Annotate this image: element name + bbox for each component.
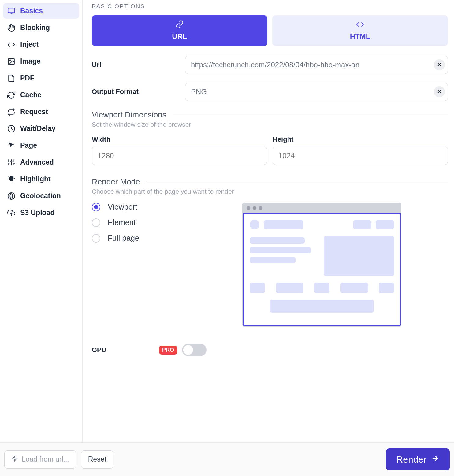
tab-html[interactable]: HTML	[272, 15, 448, 46]
sidebar-item-inject[interactable]: Inject	[3, 37, 79, 52]
sidebar-item-label: Cache	[20, 91, 41, 99]
close-icon	[437, 62, 442, 68]
sidebar-item-label: PDF	[20, 74, 34, 82]
svg-point-18	[8, 176, 9, 177]
content-panel: BASIC OPTIONS URL HTML Url	[83, 0, 454, 442]
sidebar-item-label: Blocking	[20, 24, 50, 32]
height-label: Height	[273, 136, 448, 143]
url-row: Url	[92, 56, 448, 74]
radio-label: Full page	[108, 234, 139, 243]
sidebar-item-page[interactable]: Page	[3, 138, 79, 153]
tab-label: URL	[172, 32, 187, 41]
browser-mock	[242, 203, 401, 327]
sidebar-item-basics[interactable]: Basics	[3, 3, 79, 19]
close-icon	[437, 89, 442, 95]
code-icon	[7, 41, 15, 49]
render-mode-header: Render Mode	[92, 177, 448, 187]
url-label: Url	[92, 61, 185, 69]
viewport-title: Viewport Dimensions	[92, 110, 166, 120]
render-button[interactable]: Render	[386, 448, 450, 470]
sidebar-item-image[interactable]: Image	[3, 54, 79, 69]
svg-point-21	[14, 178, 15, 179]
tab-label: HTML	[350, 32, 370, 41]
radio-label: Element	[108, 218, 136, 227]
refresh-icon	[7, 91, 15, 99]
svg-point-7	[8, 144, 8, 144]
radio-label: Viewport	[108, 203, 137, 211]
render-mode-radio-full-page[interactable]: Full page	[92, 234, 184, 243]
sidebar-item-blocking[interactable]: Blocking	[3, 20, 79, 35]
svg-rect-0	[8, 8, 15, 13]
file-icon	[7, 74, 15, 82]
output-format-row: Output Format	[92, 83, 448, 101]
bulb-icon	[7, 175, 15, 183]
tab-url[interactable]: URL	[92, 15, 267, 46]
bolt-icon	[11, 455, 18, 464]
toggle-knob	[183, 345, 193, 355]
sidebar-item-highlight[interactable]: Highlight	[3, 171, 79, 187]
sidebar-item-pdf[interactable]: PDF	[3, 70, 79, 86]
gpu-row: GPU PRO	[92, 344, 448, 356]
sliders-icon	[7, 158, 15, 166]
footer: Load from url... Reset Render	[0, 442, 454, 476]
svg-point-4	[10, 60, 11, 61]
sidebar-item-label: Request	[20, 108, 48, 116]
output-format-clear-button[interactable]	[434, 86, 445, 97]
render-mode-radio-element[interactable]: Element	[92, 218, 184, 227]
render-mode-desc: Choose which part of the page you want t…	[92, 188, 448, 195]
sidebar-item-label: Image	[20, 57, 40, 65]
sidebar-item-geolocation[interactable]: Geolocation	[3, 188, 79, 204]
arrow-right-icon	[431, 454, 439, 465]
sidebar-item-label: Basics	[20, 7, 43, 15]
width-label: Width	[92, 136, 267, 143]
sidebar-item-label: Page	[20, 141, 37, 150]
output-format-input[interactable]	[185, 83, 448, 101]
sidebar-item-cache[interactable]: Cache	[3, 87, 79, 103]
load-from-url-button[interactable]: Load from url...	[4, 450, 76, 469]
radio-icon	[92, 218, 100, 227]
output-format-label: Output Format	[92, 88, 185, 96]
sidebar: BasicsBlockingInjectImagePDFCacheRequest…	[0, 0, 83, 442]
viewport-desc: Set the window size of the browser	[92, 121, 448, 128]
input-mode-tabs: URL HTML	[92, 15, 448, 46]
sidebar-item-wait-delay[interactable]: Wait/Delay	[3, 121, 79, 136]
viewport-header: Viewport Dimensions	[92, 110, 448, 120]
reset-label: Reset	[88, 455, 106, 463]
radio-icon	[92, 234, 100, 243]
upload-icon	[7, 209, 15, 217]
render-mode-radios: ViewportElementFull page	[92, 203, 184, 243]
divider	[146, 182, 448, 182]
viewport-fields: Width Height	[92, 136, 448, 165]
gpu-label: GPU	[92, 346, 159, 354]
sidebar-item-label: S3 Upload	[20, 209, 54, 217]
width-input[interactable]	[92, 147, 267, 165]
browser-titlebar	[243, 203, 401, 213]
section-label: BASIC OPTIONS	[92, 3, 448, 10]
render-mode-radio-viewport[interactable]: Viewport	[92, 203, 184, 211]
swap-icon	[7, 108, 15, 116]
code-icon	[356, 20, 364, 30]
load-label: Load from url...	[22, 455, 69, 463]
sidebar-item-label: Highlight	[20, 175, 51, 183]
radio-icon	[92, 203, 100, 211]
svg-point-8	[10, 142, 10, 142]
sidebar-item-s3-upload[interactable]: S3 Upload	[3, 205, 79, 221]
image-icon	[7, 58, 15, 65]
cursor-icon	[7, 142, 15, 150]
sidebar-item-label: Inject	[20, 40, 39, 49]
divider	[173, 115, 448, 115]
clock-icon	[7, 125, 15, 133]
hand-icon	[7, 24, 15, 32]
url-clear-button[interactable]	[434, 59, 445, 70]
url-input[interactable]	[185, 56, 448, 74]
sidebar-item-request[interactable]: Request	[3, 104, 79, 120]
gpu-toggle[interactable]	[182, 344, 207, 356]
reset-button[interactable]: Reset	[81, 450, 114, 469]
render-preview	[196, 203, 448, 327]
sidebar-item-label: Wait/Delay	[20, 125, 55, 133]
monitor-icon	[7, 7, 15, 15]
globe-icon	[7, 192, 15, 200]
height-input[interactable]	[273, 147, 448, 165]
pro-badge: PRO	[159, 346, 177, 355]
sidebar-item-advanced[interactable]: Advanced	[3, 154, 79, 170]
